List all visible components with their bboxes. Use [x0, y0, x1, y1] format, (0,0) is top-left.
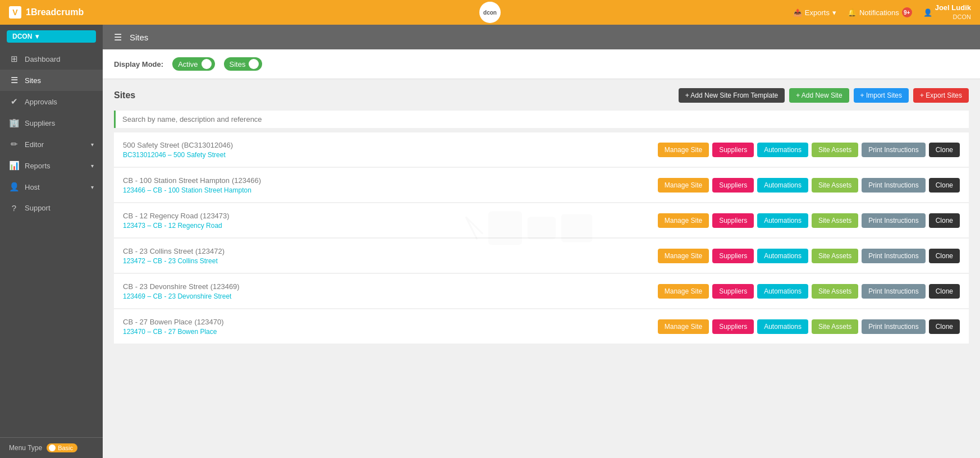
sites-toggle[interactable]: Sites: [224, 57, 263, 71]
print-instructions-button-3[interactable]: Print Instructions: [862, 249, 925, 263]
site-actions-0: Manage Site Suppliers Automations Site A…: [658, 143, 960, 157]
sidebar-item-support[interactable]: ? Support: [0, 198, 103, 218]
sidebar-nav: ⊞ Dashboard ☰ Sites ✔ Approvals 🏢 Suppli…: [0, 48, 103, 437]
site-name-0: 500 Safety Street (BC313012046): [123, 140, 233, 149]
table-row: CB - 27 Bowen Place (123470) 123470 – CB…: [114, 309, 969, 344]
site-info-2: CB - 12 Regency Road (123473) 123473 – C…: [123, 211, 230, 230]
site-ref-3: 123472 – CB - 23 Collins Street: [123, 257, 225, 265]
manage-site-button-1[interactable]: Manage Site: [658, 178, 709, 193]
manage-site-button-0[interactable]: Manage Site: [658, 143, 709, 157]
automations-button-3[interactable]: Automations: [757, 249, 808, 263]
sidebar-label-editor: Editor: [25, 140, 44, 149]
sites-actions: + Add New Site From Template + Add New S…: [679, 88, 969, 103]
table-row: 500 Safety Street (BC313012046) BC313012…: [114, 132, 969, 167]
clone-button-5[interactable]: Clone: [929, 319, 960, 334]
user-menu[interactable]: 👤 Joel Ludik DCON: [923, 3, 971, 21]
print-instructions-button-1[interactable]: Print Instructions: [862, 178, 925, 193]
sidebar-item-reports[interactable]: 📊 Reports ▾: [0, 155, 103, 176]
sidebar-label-approvals: Approvals: [25, 98, 57, 106]
site-name-4: CB - 23 Devonshire Street (123469): [123, 282, 240, 291]
center-logo-area: dcon: [479, 2, 501, 23]
sidebar-item-approvals[interactable]: ✔ Approvals: [0, 91, 103, 112]
support-icon: ?: [9, 203, 19, 213]
site-assets-button-3[interactable]: Site Assets: [812, 249, 858, 263]
search-bar: [114, 111, 969, 128]
clone-button-4[interactable]: Clone: [929, 284, 960, 299]
site-ref-4: 123469 – CB - 23 Devonshire Street: [123, 292, 240, 300]
active-toggle-label: Active: [178, 60, 198, 68]
site-info-4: CB - 23 Devonshire Street (123469) 12346…: [123, 282, 240, 300]
editor-arrow: ▾: [91, 141, 94, 148]
automations-button-1[interactable]: Automations: [757, 178, 808, 193]
manage-site-button-2[interactable]: Manage Site: [658, 213, 709, 228]
print-instructions-button-5[interactable]: Print Instructions: [862, 319, 925, 334]
menu-type-toggle[interactable]: Basic: [47, 443, 77, 452]
site-info-3: CB - 23 Collins Street (123472) 123472 –…: [123, 246, 225, 265]
site-assets-button-0[interactable]: Site Assets: [812, 143, 858, 157]
suppliers-button-3[interactable]: Suppliers: [712, 249, 754, 263]
add-from-template-button[interactable]: + Add New Site From Template: [679, 88, 785, 103]
sidebar-item-editor[interactable]: ✏ Editor ▾: [0, 134, 103, 155]
sidebar-item-sites[interactable]: ☰ Sites: [0, 70, 103, 91]
reports-icon: 📊: [9, 161, 19, 171]
exports-arrow: ▾: [832, 8, 836, 17]
sidebar-item-suppliers[interactable]: 🏢 Suppliers: [0, 112, 103, 134]
site-assets-button-4[interactable]: Site Assets: [812, 284, 858, 299]
sidebar-label-support: Support: [25, 204, 51, 212]
site-ref-2: 123473 – CB - 12 Regency Road: [123, 222, 230, 230]
suppliers-button-1[interactable]: Suppliers: [712, 178, 754, 193]
sidebar-label-sites: Sites: [25, 76, 41, 85]
user-info: Joel Ludik DCON: [935, 3, 971, 21]
user-icon: 👤: [923, 8, 932, 17]
site-ref-0: BC313012046 – 500 Safety Street: [123, 151, 233, 159]
site-name-5: CB - 27 Bowen Place (123470): [123, 317, 224, 326]
suppliers-button-2[interactable]: Suppliers: [712, 213, 754, 228]
site-assets-button-5[interactable]: Site Assets: [812, 319, 858, 334]
manage-site-button-3[interactable]: Manage Site: [658, 249, 709, 263]
sidebar-label-suppliers: Suppliers: [25, 119, 55, 127]
print-instructions-button-0[interactable]: Print Instructions: [862, 143, 925, 157]
display-mode-label: Display Mode:: [114, 60, 163, 68]
automations-button-5[interactable]: Automations: [757, 319, 808, 334]
notifications-button[interactable]: 🔔 Notifications 9+: [848, 7, 912, 17]
add-new-site-button[interactable]: + Add New Site: [789, 88, 849, 103]
site-assets-button-1[interactable]: Site Assets: [812, 178, 858, 193]
sites-list: 500 Safety Street (BC313012046) BC313012…: [114, 132, 969, 344]
dcon-center-logo: dcon: [479, 2, 501, 23]
brand-name: 1Breadcrumb: [26, 7, 84, 17]
suppliers-button-4[interactable]: Suppliers: [712, 284, 754, 299]
automations-button-2[interactable]: Automations: [757, 213, 808, 228]
sites-toggle-label: Sites: [230, 60, 246, 68]
clone-button-1[interactable]: Clone: [929, 178, 960, 193]
manage-site-button-4[interactable]: Manage Site: [658, 284, 709, 299]
clone-button-2[interactable]: Clone: [929, 213, 960, 228]
approvals-icon: ✔: [9, 97, 19, 107]
import-sites-button[interactable]: + Import Sites: [854, 88, 909, 103]
search-input[interactable]: [122, 115, 962, 123]
suppliers-button-0[interactable]: Suppliers: [712, 143, 754, 157]
sidebar-footer: Menu Type Basic: [0, 437, 103, 458]
export-sites-button[interactable]: + Export Sites: [913, 88, 969, 103]
active-toggle[interactable]: Active: [172, 57, 214, 71]
manage-site-button-5[interactable]: Manage Site: [658, 319, 709, 334]
clone-button-3[interactable]: Clone: [929, 249, 960, 263]
display-mode-bar: Display Mode: Active Sites: [103, 49, 980, 79]
automations-button-0[interactable]: Automations: [757, 143, 808, 157]
exports-button[interactable]: 📤 Exports ▾: [793, 8, 836, 17]
site-assets-button-2[interactable]: Site Assets: [812, 213, 858, 228]
table-row: CB - 100 Station Street Hampton (123466)…: [114, 168, 969, 202]
toggle-dot: [49, 445, 56, 451]
automations-button-4[interactable]: Automations: [757, 284, 808, 299]
sites-section-title: Sites: [114, 90, 135, 100]
sidebar-item-dashboard[interactable]: ⊞ Dashboard: [0, 48, 103, 70]
sidebar-label-dashboard: Dashboard: [25, 55, 61, 63]
print-instructions-button-4[interactable]: Print Instructions: [862, 284, 925, 299]
sidebar-item-host[interactable]: 👤 Host ▾: [0, 176, 103, 198]
suppliers-button-5[interactable]: Suppliers: [712, 319, 754, 334]
clone-button-0[interactable]: Clone: [929, 143, 960, 157]
dcon-tag[interactable]: DCON ▾: [7, 30, 96, 43]
site-name-3: CB - 23 Collins Street (123472): [123, 246, 225, 255]
hamburger-icon[interactable]: ☰: [114, 32, 122, 43]
print-instructions-button-2[interactable]: Print Instructions: [862, 213, 925, 228]
site-name-2: CB - 12 Regency Road (123473): [123, 211, 230, 220]
